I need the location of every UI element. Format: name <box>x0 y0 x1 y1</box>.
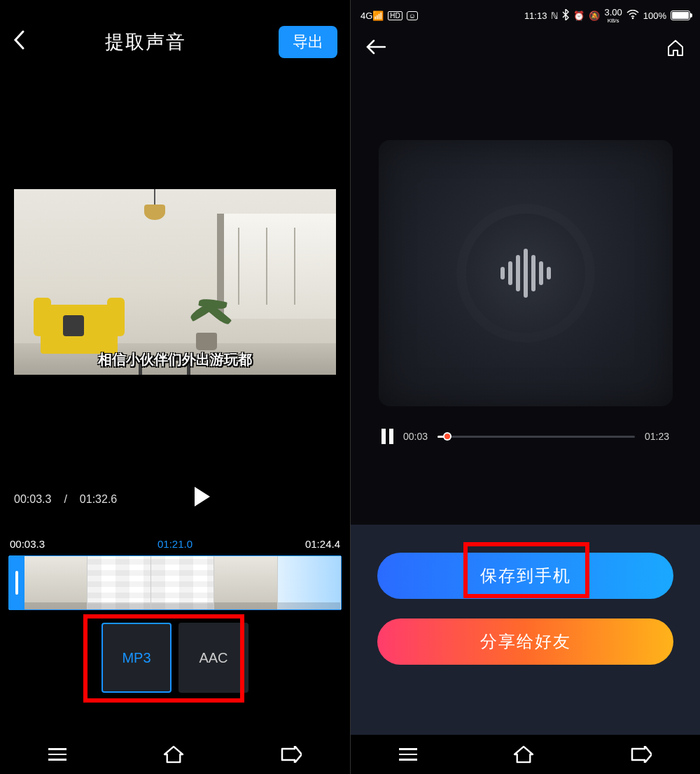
android-nav <box>0 735 350 774</box>
wave-icon <box>531 255 536 291</box>
play-icon <box>195 487 210 506</box>
wave-icon <box>500 267 505 279</box>
nav-home[interactable] <box>513 745 534 763</box>
total-time: 01:32.6 <box>80 493 117 506</box>
pause-button[interactable] <box>382 429 393 444</box>
audio-play-disc[interactable] <box>466 214 585 333</box>
timeline-start: 00:03.3 <box>10 538 45 550</box>
current-time: 00:03.3 <box>14 493 51 506</box>
format-row: MP3 AAC <box>0 623 350 693</box>
player-total-time: 01:23 <box>645 431 669 442</box>
home-button[interactable] <box>666 39 685 57</box>
status-signal: 4G📶 <box>360 11 384 21</box>
player-controls: 00:03 01:23 <box>351 406 700 444</box>
status-time: 11:13 <box>524 11 547 21</box>
wifi-icon <box>626 10 639 22</box>
video-caption: 相信小伙伴们外出游玩都 <box>14 350 336 369</box>
nav-recent[interactable] <box>48 748 66 761</box>
wave-icon <box>524 249 528 298</box>
nav-home[interactable] <box>163 745 184 763</box>
thumb[interactable] <box>278 556 341 609</box>
status-bar: 4G📶 HD ☺ 11:13 ℕ ⏰ 🔕 3.00KB/s 100% <box>351 0 700 25</box>
time-separator: / <box>64 493 66 506</box>
timeline-mid: 01:21.0 <box>158 538 192 550</box>
video-preview[interactable]: 相信小伙伴们外出游玩都 <box>14 189 336 375</box>
thumb[interactable] <box>151 556 214 609</box>
mute-icon: 🔕 <box>589 11 600 21</box>
timeline: 00:03.3 01:21.0 01:24.4 <box>0 538 350 610</box>
right-screenshot: 4G📶 HD ☺ 11:13 ℕ ⏰ 🔕 3.00KB/s 100% <box>350 0 700 774</box>
player-current-time: 00:03 <box>403 431 428 442</box>
status-face-icon: ☺ <box>407 11 418 20</box>
svg-point-0 <box>631 17 634 19</box>
status-battery-pct: 100% <box>643 11 666 21</box>
playback-row: 00:03.3 / 01:32.6 <box>0 375 350 511</box>
play-button[interactable] <box>125 487 258 511</box>
nfc-icon: ℕ <box>551 11 558 21</box>
bluetooth-icon <box>562 9 569 22</box>
thumb[interactable] <box>88 556 150 609</box>
nav-back[interactable] <box>631 746 652 763</box>
trim-handle-left[interactable] <box>9 556 24 609</box>
timeline-end: 01:24.4 <box>305 538 340 550</box>
format-aac[interactable]: AAC <box>178 623 248 693</box>
nav-recent[interactable] <box>399 748 417 761</box>
thumb[interactable] <box>214 556 277 609</box>
wave-icon <box>508 261 512 285</box>
wave-icon <box>547 267 551 279</box>
export-button[interactable]: 导出 <box>279 26 337 58</box>
top-bar: 提取声音 导出 <box>0 0 350 84</box>
thumb[interactable] <box>24 556 88 609</box>
wave-icon <box>516 255 520 291</box>
audio-card <box>379 140 673 406</box>
battery-icon <box>671 11 690 20</box>
status-speed: 3.00KB/s <box>604 8 622 24</box>
back-button[interactable] <box>366 36 386 60</box>
wave-icon <box>539 261 543 285</box>
progress-slider[interactable] <box>438 436 635 438</box>
top-bar <box>351 25 700 70</box>
actions-panel: 保存到手机 分享给好友 <box>351 525 700 735</box>
format-mp3[interactable]: MP3 <box>102 623 172 693</box>
filmstrip[interactable] <box>8 555 342 610</box>
status-hd: HD <box>388 11 402 20</box>
share-button[interactable]: 分享给好友 <box>377 618 673 665</box>
alarm-icon: ⏰ <box>573 11 584 21</box>
save-button[interactable]: 保存到手机 <box>377 553 673 599</box>
android-nav <box>351 735 700 774</box>
left-screenshot: 提取声音 导出 相信小伙伴们外出游玩都 00:03.3 / 01:32.6 <box>0 0 350 774</box>
page-title: 提取声音 <box>13 29 279 55</box>
nav-back[interactable] <box>281 746 302 763</box>
